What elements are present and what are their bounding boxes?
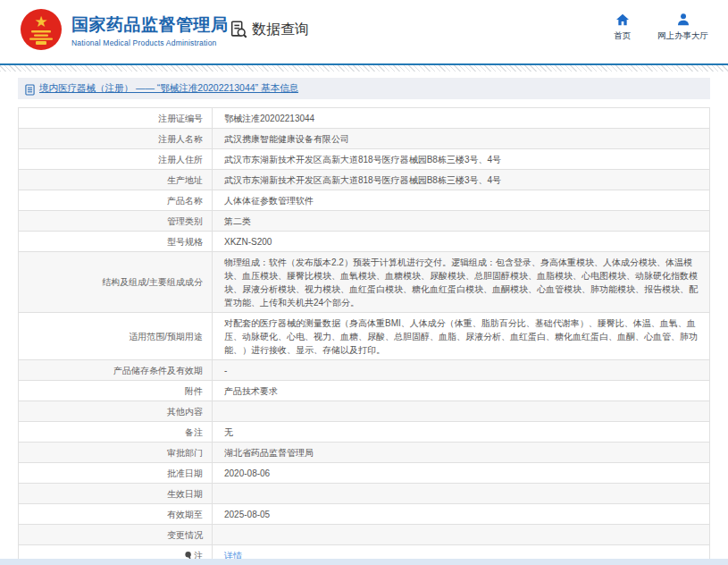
row-value: 对配套的医疗器械的测量数据（身高体重BMI、人体成分（体重、脂肪百分比、基础代谢… (213, 313, 710, 360)
row-value: 武汉市东湖新技术开发区高新大道818号医疗器械园B8栋三楼3号、4号 (213, 149, 710, 170)
row-value: 人体体征参数管理软件 (213, 190, 710, 211)
site-header: ★ 国家药品监督管理局 National Medical Products Ad… (0, 0, 728, 63)
table-row: 有效期至2025-08-05 (19, 504, 710, 525)
table-row: 注册证编号鄂械注准20202213044 (19, 108, 710, 129)
home-icon (615, 13, 630, 27)
data-query-label: 数据查询 (252, 21, 309, 39)
table-row: 备注无 (19, 422, 710, 443)
table-row: 产品储存条件及有效期- (19, 360, 710, 381)
row-value: 第二类 (213, 211, 710, 232)
national-emblem-logo: ★ (20, 8, 63, 51)
row-label: 有效期至 (19, 504, 213, 525)
row-label: 注册人住所 (19, 149, 213, 170)
svg-text:★: ★ (34, 13, 47, 30)
row-value: 武汉市东湖新技术开发区高新大道818号医疗器械园B8栋三楼3号、4号 (213, 170, 710, 190)
table-row: 型号规格XKZN-S200 (19, 232, 710, 252)
row-value (213, 401, 710, 422)
row-label: 生效日期 (19, 484, 213, 504)
org-name-cn: 国家药品监督管理局 (71, 14, 229, 36)
row-value: 2025-08-05 (213, 504, 710, 525)
nav-service-hall[interactable]: 网上办事大厅 (657, 13, 708, 42)
table-row: 生效日期 (19, 484, 710, 504)
row-value: 湖北省药品监督管理局 (213, 443, 710, 463)
hatch-band (0, 65, 728, 72)
table-row: 其他内容 (19, 401, 710, 422)
row-value: - (213, 360, 710, 381)
table-row: 变更情况 (19, 525, 710, 545)
row-label: 其他内容 (19, 401, 213, 422)
row-value: 产品技术要求 (213, 381, 710, 401)
row-label: 生产地址 (19, 170, 213, 190)
page: ★ 国家药品监督管理局 National Medical Products Ad… (0, 0, 728, 565)
table-row: 审批部门湖北省药品监督管理局 (19, 443, 710, 463)
row-label: 结构及组成/主要组成成分 (19, 252, 213, 313)
breadcrumb: 境内医疗器械（注册） —— “鄂械注准20202213044” 基本信息 (18, 78, 710, 99)
footer-band (0, 559, 728, 565)
row-label: 审批部门 (19, 443, 213, 463)
table-row: 注册人住所武汉市东湖新技术开发区高新大道818号医疗器械园B8栋三楼3号、4号 (19, 149, 710, 170)
brand: 国家药品监督管理局 National Medical Products Admi… (71, 14, 229, 47)
row-value: XKZN-S200 (213, 232, 710, 252)
row-value (213, 525, 710, 545)
row-label: 管理类别 (19, 211, 213, 232)
table-row: 适用范围/预期用途对配套的医疗器械的测量数据（身高体重BMI、人体成分（体重、脂… (19, 313, 710, 360)
org-name-en: National Medical Products Administration (71, 38, 229, 47)
row-value: 武汉携康智能健康设备有限公司 (213, 129, 710, 149)
nav-home-label: 首页 (614, 30, 631, 42)
registration-info-table: 注册证编号鄂械注准20202213044注册人名称武汉携康智能健康设备有限公司注… (18, 107, 710, 565)
row-label: 产品储存条件及有效期 (19, 360, 213, 381)
row-value: 无 (213, 422, 710, 443)
row-value: 鄂械注准20202213044 (213, 108, 710, 129)
table-row: 结构及组成/主要组成成分物理组成：软件（发布版本2.2）预装于计算机进行交付。逻… (19, 252, 710, 313)
nav-data-query[interactable]: 数据查询 (229, 20, 309, 39)
top-nav: 首页 网上办事大厅 (614, 13, 708, 42)
row-label: 适用范围/预期用途 (19, 313, 213, 360)
row-label: 注册人名称 (19, 129, 213, 149)
row-label: 变更情况 (19, 525, 213, 545)
doc-search-icon (229, 20, 248, 39)
document-icon (25, 83, 35, 95)
row-label: 附件 (19, 381, 213, 401)
row-value: 物理组成：软件（发布版本2.2）预装于计算机进行交付。逻辑组成：包含登录、身高体… (213, 252, 710, 313)
row-label: 产品名称 (19, 190, 213, 211)
table-row: 产品名称人体体征参数管理软件 (19, 190, 710, 211)
nav-home[interactable]: 首页 (614, 13, 631, 42)
main-content: 境内医疗器械（注册） —— “鄂械注准20202213044” 基本信息 注册证… (18, 78, 710, 565)
nav-hall-label: 网上办事大厅 (657, 30, 708, 42)
info-table-body: 注册证编号鄂械注准20202213044注册人名称武汉携康智能健康设备有限公司注… (19, 108, 710, 565)
table-row: 注册人名称武汉携康智能健康设备有限公司 (19, 129, 710, 149)
person-icon (676, 13, 690, 27)
row-value: 2020-08-06 (213, 463, 710, 484)
row-value (213, 484, 710, 504)
note-icon (184, 551, 193, 560)
row-label: 批准日期 (19, 463, 213, 484)
row-label: 型号规格 (19, 232, 213, 252)
row-label: 备注 (19, 422, 213, 443)
table-row: 附件产品技术要求 (19, 381, 710, 401)
breadcrumb-text: 境内医疗器械（注册） —— “鄂械注准20202213044” 基本信息 (39, 82, 298, 95)
table-row: 生产地址武汉市东湖新技术开发区高新大道818号医疗器械园B8栋三楼3号、4号 (19, 170, 710, 190)
table-row: 管理类别第二类 (19, 211, 710, 232)
row-label: 注册证编号 (19, 108, 213, 129)
table-row: 批准日期2020-08-06 (19, 463, 710, 484)
